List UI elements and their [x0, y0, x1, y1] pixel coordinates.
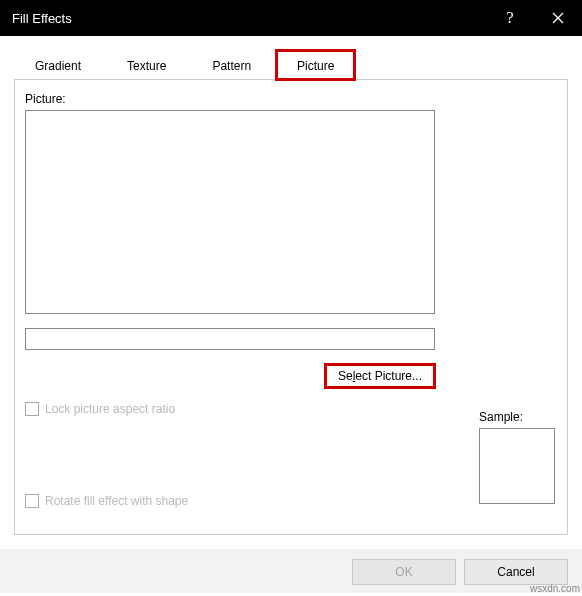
select-picture-row: Select Picture... [25, 364, 435, 388]
close-icon [552, 12, 564, 24]
sample-preview [479, 428, 555, 504]
picture-label: Picture: [25, 92, 557, 106]
tab-content-picture: Picture: Select Picture... Lock picture … [14, 80, 568, 535]
titlebar: Fill Effects ? [0, 0, 582, 36]
select-picture-button[interactable]: Select Picture... [325, 364, 435, 388]
tab-picture[interactable]: Picture [276, 50, 355, 80]
close-button[interactable] [534, 0, 582, 36]
lock-aspect-row: Lock picture aspect ratio [25, 402, 557, 416]
dialog-body: Gradient Texture Pattern Picture Picture… [0, 36, 582, 549]
sample-label: Sample: [479, 410, 555, 424]
picture-preview [25, 110, 435, 314]
rotate-checkbox[interactable] [25, 494, 39, 508]
titlebar-controls: ? [486, 0, 582, 36]
help-button[interactable]: ? [486, 0, 534, 36]
cancel-button[interactable]: Cancel [464, 559, 568, 585]
rotate-label: Rotate fill effect with shape [45, 494, 188, 508]
watermark: wsxdn.com [530, 583, 580, 594]
lock-aspect-label: Lock picture aspect ratio [45, 402, 175, 416]
tab-pattern[interactable]: Pattern [191, 50, 272, 79]
tab-gradient[interactable]: Gradient [14, 50, 102, 79]
dialog-button-bar: OK Cancel [0, 549, 582, 593]
rotate-row: Rotate fill effect with shape [25, 494, 557, 508]
tab-strip: Gradient Texture Pattern Picture [14, 50, 568, 80]
picture-filename-field[interactable] [25, 328, 435, 350]
sample-block: Sample: [479, 410, 555, 504]
tab-texture[interactable]: Texture [106, 50, 187, 79]
lock-aspect-checkbox[interactable] [25, 402, 39, 416]
dialog-title: Fill Effects [12, 11, 486, 26]
ok-button[interactable]: OK [352, 559, 456, 585]
help-icon: ? [506, 9, 513, 27]
